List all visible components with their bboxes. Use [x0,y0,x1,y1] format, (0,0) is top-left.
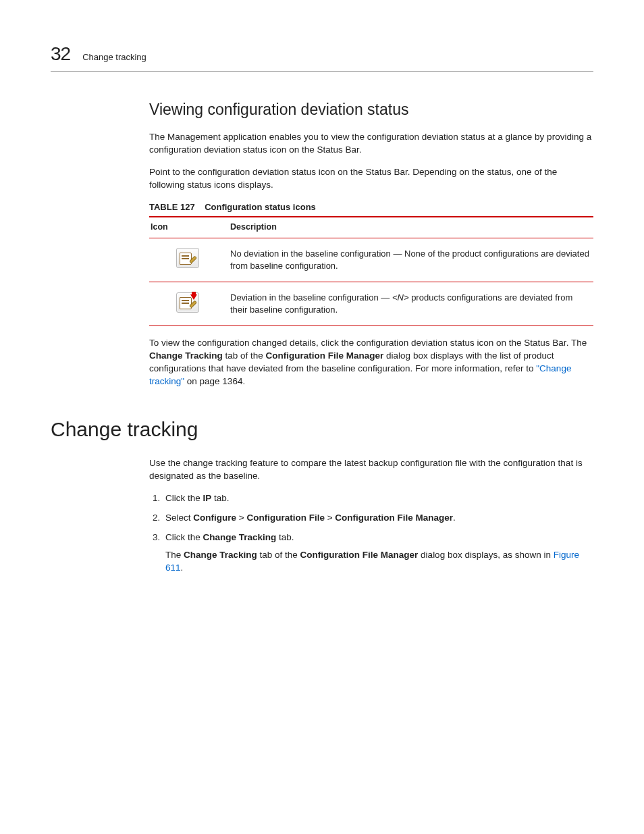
row-description: Deviation in the baseline configuration … [229,282,593,326]
chapter-number: 32 [51,41,70,67]
table-row: No deviation in the baseline configurati… [149,238,593,282]
chapter-title: Change tracking [82,51,146,63]
section-heading: Viewing configuration deviation status [149,99,593,120]
page-header: 32 Change tracking [51,41,593,72]
section-change-tracking: Use the change tracking feature to compa… [149,457,593,575]
follow-paragraph: To view the configuration changed detail… [149,337,593,388]
step-item: Click the Change Tracking tab. The Chang… [163,531,593,575]
table-title: Configuration status icons [205,202,316,212]
row-description: No deviation in the baseline configurati… [229,238,593,282]
deviation-icon [176,292,199,313]
section-heading-change-tracking: Change tracking [51,415,593,444]
steps-list: Click the IP tab. Select Configure > Con… [149,492,593,575]
step-followup: The Change Tracking tab of the Configura… [165,549,593,575]
intro-paragraph-2: Point to the configuration deviation sta… [149,166,593,192]
step-item: Click the IP tab. [163,492,593,505]
col-header-icon: Icon [149,217,229,238]
section-viewing-config-deviation: Viewing configuration deviation status T… [149,99,593,388]
step-item: Select Configure > Configuration File > … [163,512,593,525]
table-label: TABLE 127 [149,202,195,212]
intro-paragraph-1: The Management application enables you t… [149,131,593,157]
no-deviation-icon [176,248,199,268]
table-caption: TABLE 127 Configuration status icons [149,201,593,213]
status-icons-table: Icon Description No deviation in the bas… [149,216,593,326]
intro-paragraph: Use the change tracking feature to compa… [149,457,593,483]
col-header-description: Description [229,217,593,238]
table-row: Deviation in the baseline configuration … [149,282,593,326]
